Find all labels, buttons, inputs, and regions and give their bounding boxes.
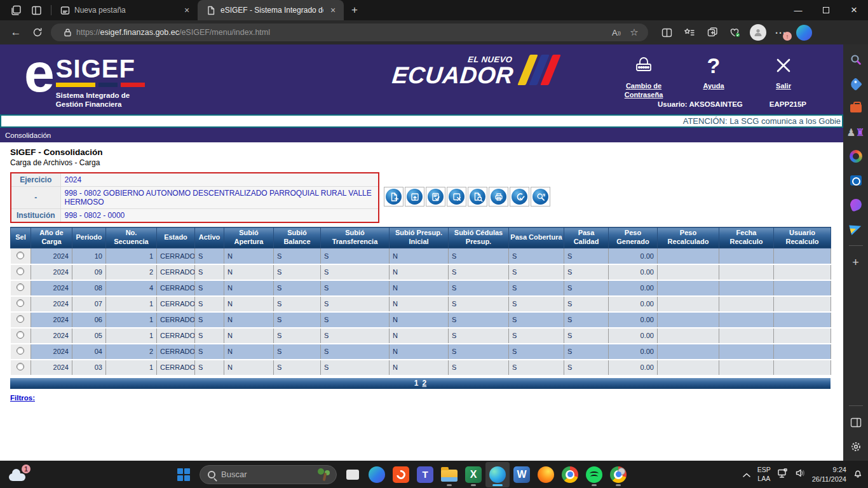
consult-search-button[interactable] [531, 187, 550, 207]
col-peso-generado: Peso Generado [609, 227, 658, 248]
back-icon[interactable]: ← [5, 23, 27, 42]
task-view-button[interactable] [341, 462, 365, 487]
sidebar-outlook-icon[interactable] [848, 173, 864, 188]
breadcrumb[interactable]: Consolidación [0, 128, 843, 142]
start-button[interactable] [172, 462, 196, 487]
row-select-cell[interactable] [11, 344, 31, 360]
language-indicator[interactable]: ESPLAA [757, 466, 771, 482]
print-button[interactable] [489, 187, 508, 207]
settings-menu-icon[interactable]: ··· ↑ [771, 24, 790, 41]
validate-form-button[interactable] [426, 187, 445, 207]
taskbar-spotify[interactable] [582, 462, 606, 487]
collections-icon[interactable] [703, 24, 722, 41]
notifications-bell-icon[interactable] [853, 468, 863, 481]
sidebar-m365-icon[interactable] [848, 149, 864, 164]
sidebar-games-icon[interactable]: ♟♜ [848, 125, 864, 140]
sidebar-toggle-icon[interactable] [848, 415, 864, 430]
taskbar-excel[interactable]: X [461, 462, 485, 487]
address-bar[interactable]: https://esigef.finanzas.gob.ec/eSIGEF/me… [51, 24, 648, 41]
row-radio-button[interactable] [17, 347, 24, 355]
split-screen-icon[interactable] [657, 24, 676, 41]
read-aloud-icon[interactable]: A)) [607, 25, 625, 40]
table-row[interactable]: 2024 08 4 CERRADO S N S S N S S S 0.00 [11, 280, 831, 296]
profile-avatar[interactable] [749, 24, 768, 41]
table-row[interactable]: 2024 10 1 CERRADO S N S S N S S S 0.00 [11, 248, 831, 264]
new-tab-button[interactable]: + [344, 4, 365, 17]
url-text[interactable]: https://esigef.finanzas.gob.ec/eSIGEF/me… [76, 28, 607, 37]
maximize-icon[interactable] [812, 0, 840, 20]
sidebar-send-icon[interactable] [848, 221, 864, 236]
row-select-cell[interactable] [11, 280, 31, 296]
sidebar-search-icon[interactable] [848, 52, 864, 67]
row-select-cell[interactable] [11, 296, 31, 312]
taskbar-firefox[interactable] [534, 462, 558, 487]
table-row[interactable]: 2024 03 1 CERRADO S N S S N S S S 0.00 [11, 360, 831, 376]
page-link-2[interactable]: 2 [423, 379, 427, 388]
clock-widget[interactable]: 9:24 26/11/2024 [812, 465, 846, 484]
row-radio-button[interactable] [17, 252, 24, 259]
table-row[interactable]: 2024 07 1 CERRADO S N S S N S S S 0.00 [11, 296, 831, 312]
close-icon[interactable]: × [840, 0, 868, 20]
edge-icon [489, 466, 506, 483]
row-select-cell[interactable] [11, 248, 31, 264]
favorites-icon[interactable] [680, 24, 699, 41]
sidebar-drop-icon[interactable] [848, 197, 864, 212]
question-mark-icon: ? [707, 52, 721, 79]
delete-record-button[interactable] [447, 187, 466, 207]
new-record-button[interactable] [384, 187, 403, 207]
taskbar-edge[interactable] [485, 462, 510, 487]
row-select-cell[interactable] [11, 264, 31, 280]
workspaces-icon[interactable] [10, 4, 22, 16]
copilot-icon[interactable] [794, 24, 813, 41]
lock-icon[interactable] [58, 25, 76, 40]
sidebar-tools-icon[interactable] [848, 100, 864, 116]
refresh-icon[interactable] [27, 23, 48, 42]
table-row[interactable]: 2024 06 1 CERRADO S N S S N S S S 0.00 [11, 312, 831, 328]
form-row-ejercicio: Ejercicio 2024 [11, 173, 379, 187]
exit-button[interactable]: Salir [757, 52, 810, 100]
favorite-star-icon[interactable]: ☆ [625, 25, 643, 40]
row-radio-button[interactable] [17, 283, 24, 291]
table-row[interactable]: 2024 04 2 CERRADO S N S S N S S S 0.00 [11, 344, 831, 360]
taskbar-teams[interactable]: T [413, 462, 437, 487]
vertical-tabs-icon[interactable] [31, 4, 42, 16]
row-radio-button[interactable] [17, 331, 24, 339]
cell-subio-cedulas: S [449, 312, 509, 328]
minimize-icon[interactable]: — [784, 0, 812, 20]
tab-esigef[interactable]: eSIGEF - Sistema Integrado de G × [198, 0, 344, 20]
sidebar-add-icon[interactable]: + [848, 255, 864, 270]
volume-icon[interactable] [795, 468, 806, 480]
tab-close-icon[interactable]: × [181, 5, 193, 15]
row-select-cell[interactable] [11, 312, 31, 328]
taskbar-pdf-app[interactable] [389, 462, 413, 487]
filtros-link[interactable]: Filtros: [10, 394, 35, 402]
help-button[interactable]: ? Ayuda [687, 52, 740, 100]
tab-nueva-pestana[interactable]: Nueva pestaña × [51, 0, 198, 20]
view-detail-button[interactable] [468, 187, 487, 207]
sidebar-shopping-icon[interactable] [848, 76, 864, 92]
row-select-cell[interactable] [11, 328, 31, 344]
row-radio-button[interactable] [17, 315, 24, 323]
taskbar-word[interactable]: W [510, 462, 534, 487]
table-row[interactable]: 2024 09 2 CERRADO S N S S N S S S 0.00 [11, 264, 831, 280]
row-radio-button[interactable] [17, 363, 24, 370]
weather-widget[interactable]: 1 [9, 464, 31, 484]
taskbar-search[interactable]: Buscar [200, 465, 337, 484]
row-radio-button[interactable] [17, 299, 24, 307]
taskbar-chrome-profile[interactable] [606, 462, 630, 487]
taskbar-copilot-button[interactable] [365, 462, 389, 487]
network-icon[interactable] [777, 468, 789, 481]
taskbar-chrome[interactable] [558, 462, 582, 487]
tray-chevron-icon[interactable] [742, 469, 751, 480]
approve-check-button[interactable] [510, 187, 529, 207]
taskbar-file-explorer[interactable] [437, 462, 461, 487]
browser-tab-bar: Nueva pestaña × eSIGEF - Sistema Integra… [0, 0, 868, 20]
tab-close-icon[interactable]: × [327, 5, 339, 15]
sidebar-settings-gear-icon[interactable] [848, 439, 864, 454]
table-row[interactable]: 2024 05 1 CERRADO S N S S N S S S 0.00 [11, 328, 831, 344]
change-password-button[interactable]: Cambio de Contraseña [617, 52, 670, 100]
row-select-cell[interactable] [11, 360, 31, 376]
row-radio-button[interactable] [17, 268, 24, 275]
upload-save-button[interactable] [405, 187, 424, 207]
browser-essentials-icon[interactable] [726, 24, 745, 41]
